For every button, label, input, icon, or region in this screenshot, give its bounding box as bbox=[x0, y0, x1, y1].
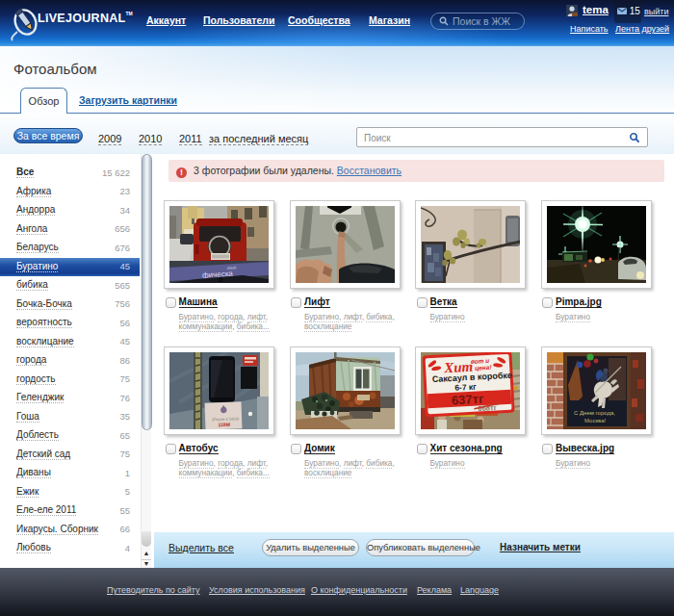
svg-text:Москва!: Москва! bbox=[584, 418, 606, 424]
svg-text:С Днем города,: С Днем города, bbox=[574, 410, 615, 416]
svg-text:иша: иша bbox=[227, 264, 237, 270]
svg-text:119M: 119M bbox=[218, 422, 230, 427]
svg-text:6-7 кг: 6-7 кг bbox=[454, 382, 477, 393]
